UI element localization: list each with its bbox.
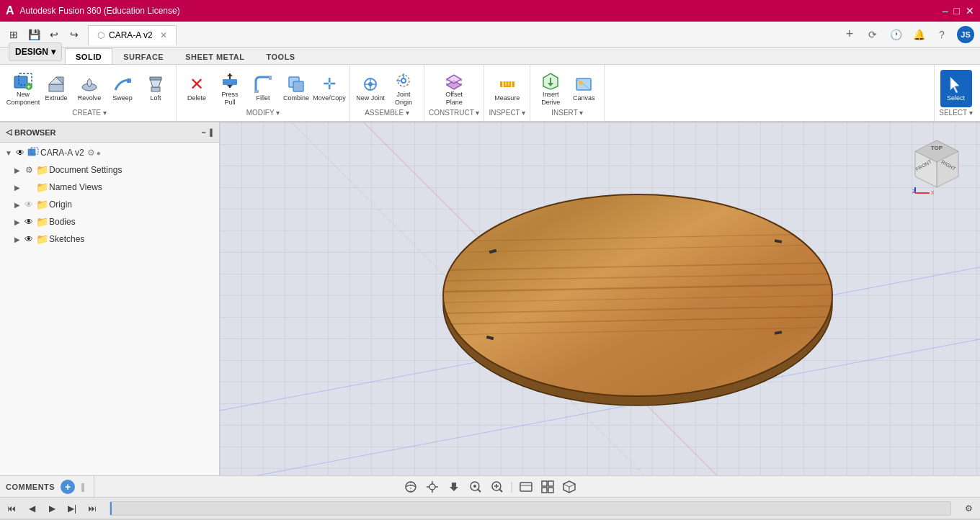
zoom-button[interactable]: [489, 478, 506, 496]
grid-icon[interactable]: ⊞: [6, 27, 22, 42]
undo-icon[interactable]: ↩: [46, 27, 62, 42]
loft-button[interactable]: Loft: [140, 70, 172, 107]
play-button[interactable]: ▶: [43, 500, 61, 517]
insert-derive-icon: [540, 71, 561, 91]
titlebar-controls[interactable]: – □ ✕: [943, 5, 974, 17]
action-bar: ⊞ 💾 ↩ ↪ ⬡ CARA-A v2 ✕ + ⟳ 🕐 🔔 ? JS: [0, 22, 980, 48]
delete-icon: ✕: [187, 74, 207, 94]
tab-solid[interactable]: SOLID: [65, 48, 112, 64]
root-gear-icon[interactable]: ⚙: [87, 148, 95, 158]
help-icon[interactable]: ?: [934, 27, 950, 42]
move-button[interactable]: ✛ Move/Copy: [313, 70, 345, 107]
ribbon-tabs: DESIGN ▾ SOLID SURFACE SHEET METAL TOOLS: [0, 48, 980, 65]
svg-rect-4: [49, 84, 63, 91]
measure-button[interactable]: Measure: [491, 70, 523, 107]
viewcube[interactable]: TOP RIGHT FRONT Z X: [908, 137, 966, 194]
combine-button[interactable]: Combine: [280, 70, 312, 107]
extrude-button[interactable]: Extrude: [40, 70, 72, 107]
collapse-left-icon[interactable]: ◁: [6, 127, 12, 137]
press-pull-button[interactable]: Press Pull: [214, 70, 246, 107]
grid-button[interactable]: [539, 478, 556, 496]
loft-label: Loft: [150, 94, 161, 102]
select-button[interactable]: Select: [940, 70, 972, 107]
refresh-icon[interactable]: ⟳: [865, 27, 881, 42]
new-joint-button[interactable]: New Joint: [355, 70, 386, 107]
fillet-label: Fillet: [256, 94, 270, 102]
new-tab-button[interactable]: +: [842, 27, 858, 42]
tree-item-bodies[interactable]: ▶ 👁 📁 Bodies: [0, 213, 219, 230]
tree-toggle-bodies[interactable]: ▶: [12, 218, 23, 226]
close-tab-button[interactable]: ✕: [160, 30, 167, 40]
close-button[interactable]: ✕: [966, 5, 974, 17]
tree-item-origin[interactable]: ▶ 👁 📁 Origin: [0, 196, 219, 213]
new-component-button[interactable]: + New Component: [7, 70, 39, 107]
fillet-button[interactable]: Fillet: [247, 70, 279, 107]
tree-toggle-sketches[interactable]: ▶: [12, 236, 23, 243]
tree-item-root[interactable]: ▼ 👁 CARA-A v2 ⚙ ●: [0, 144, 219, 161]
canvas-button[interactable]: Canvas: [568, 70, 600, 107]
gear-icon-doc: ⚙: [23, 165, 35, 175]
tree-item-named-views[interactable]: ▶ 📁 Named Views: [0, 179, 219, 196]
tab-surface[interactable]: SURFACE: [112, 48, 174, 64]
notification-icon[interactable]: 🔔: [911, 27, 927, 42]
vis-icon-origin[interactable]: 👁: [23, 200, 35, 210]
3d-object: [429, 162, 847, 436]
tab-tools[interactable]: TOOLS: [256, 48, 306, 64]
vis-icon-sketches[interactable]: 👁: [23, 234, 35, 244]
pan-button[interactable]: [445, 478, 463, 496]
tree-toggle-doc-settings[interactable]: ▶: [12, 166, 23, 174]
design-label: DESIGN: [15, 47, 48, 57]
comments-collapse-icon[interactable]: ‖: [81, 482, 85, 492]
add-comment-button[interactable]: +: [61, 480, 75, 494]
orbit-button[interactable]: [402, 478, 419, 496]
design-dropdown[interactable]: DESIGN ▾: [9, 42, 62, 61]
tree-toggle-root[interactable]: ▼: [3, 149, 14, 157]
viewport[interactable]: TOP RIGHT FRONT Z X: [220, 122, 980, 475]
main-content: ◁ BROWSER − ‖ ▼ 👁 CARA-A v2 ⚙ ●: [0, 122, 980, 475]
tree-toggle-named-views[interactable]: ▶: [12, 184, 23, 192]
fast-forward-button[interactable]: ⏭: [84, 500, 101, 517]
folder-icon-doc: 📁: [35, 164, 49, 176]
ribbon-group-create: + New Component Extrude: [3, 65, 177, 121]
revolve-button[interactable]: Revolve: [74, 70, 105, 107]
maximize-button[interactable]: □: [954, 5, 960, 17]
root-settings-icon[interactable]: ●: [97, 149, 101, 157]
joint-origin-button[interactable]: Joint Origin: [388, 70, 419, 107]
save-icon[interactable]: 💾: [26, 27, 42, 42]
doc-tab[interactable]: ⬡ CARA-A v2 ✕: [88, 25, 177, 45]
redo-icon[interactable]: ↪: [66, 27, 82, 42]
rewind-button[interactable]: ⏮: [3, 500, 20, 517]
bodies-label: Bodies: [49, 217, 76, 227]
step-forward-button[interactable]: ▶|: [63, 500, 81, 517]
offset-plane-button[interactable]: Offset Plane: [438, 70, 470, 107]
user-avatar[interactable]: JS: [957, 26, 974, 43]
display-mode-button[interactable]: [517, 478, 535, 496]
step-back-button[interactable]: ◀: [23, 500, 40, 517]
svg-point-53: [443, 194, 832, 396]
minimize-button[interactable]: –: [943, 5, 948, 17]
new-component-label: New Component: [6, 91, 40, 107]
vis-icon-bodies[interactable]: 👁: [23, 217, 35, 227]
folder-icon-named-views: 📁: [35, 181, 49, 193]
tab-sheet-metal[interactable]: SHEET METAL: [174, 48, 255, 64]
insert-derive-button[interactable]: Insert Derive: [535, 70, 566, 107]
fillet-icon: [253, 74, 273, 94]
measure-icon: [497, 74, 517, 94]
tree-item-sketches[interactable]: ▶ 👁 📁 Sketches: [0, 230, 219, 248]
combine-label: Combine: [283, 94, 309, 102]
look-at-button[interactable]: [424, 478, 441, 496]
browser-content: ▼ 👁 CARA-A v2 ⚙ ● ▶ ⚙ 📁 Document Setting…: [0, 143, 219, 475]
tree-item-doc-settings[interactable]: ▶ ⚙ 📁 Document Settings: [0, 161, 219, 179]
tree-toggle-origin[interactable]: ▶: [12, 201, 23, 209]
sweep-button[interactable]: Sweep: [107, 70, 138, 107]
clock-icon[interactable]: 🕐: [888, 27, 904, 42]
timeline-settings-button[interactable]: ⚙: [960, 500, 977, 517]
vis-icon-root[interactable]: 👁: [14, 148, 26, 158]
comments-label: COMMENTS: [6, 483, 55, 491]
browser-minus-icon[interactable]: −: [202, 128, 206, 137]
delete-label: Delete: [187, 94, 206, 102]
zoom-orbit-button[interactable]: [467, 478, 484, 496]
browser-divider-icon[interactable]: ‖: [209, 127, 213, 137]
view-cube-button[interactable]: [561, 478, 578, 496]
delete-button[interactable]: ✕ Delete: [181, 70, 213, 107]
